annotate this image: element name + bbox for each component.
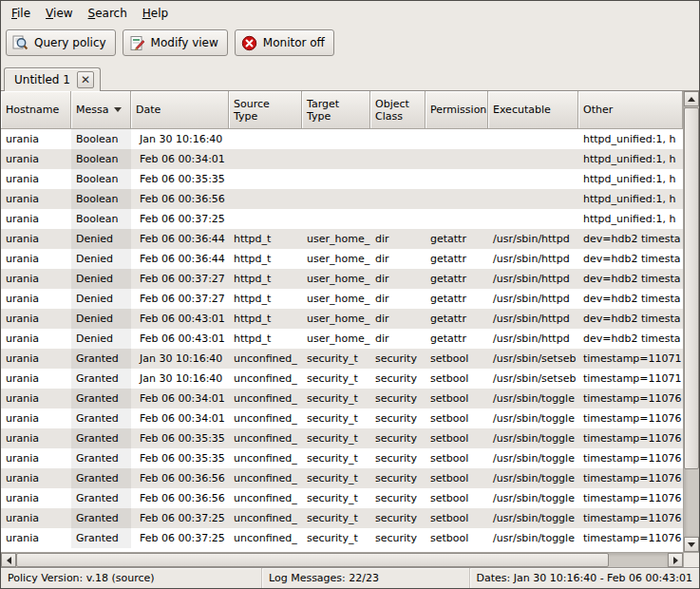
cell-hostname: urania	[1, 169, 71, 189]
cell-date: Feb 06 00:37:25	[131, 209, 229, 229]
table-row[interactable]: urania Denied Feb 06 00:37:27 httpd_t us…	[1, 269, 683, 289]
table-row[interactable]: urania Denied Feb 06 00:36:44 httpd_t us…	[1, 229, 683, 249]
cell-message: Granted	[71, 528, 131, 548]
cell-permission: setbool	[426, 428, 488, 448]
menu-file[interactable]: File	[4, 3, 38, 24]
scroll-right-button[interactable]	[668, 553, 683, 567]
cell-date: Feb 06 00:43:01	[131, 329, 229, 349]
menu-help[interactable]: Help	[135, 3, 176, 24]
table-row[interactable]: urania Boolean Feb 06 00:35:35 httpd_uni…	[1, 169, 683, 189]
cell-object-class: security	[370, 349, 426, 369]
menu-file-label: File	[11, 7, 30, 20]
column-header-label: Other	[583, 104, 613, 116]
column-header-executable[interactable]: Executable	[488, 91, 578, 129]
table-row[interactable]: urania Boolean Feb 06 00:36:56 httpd_uni…	[1, 189, 683, 209]
table-row[interactable]: urania Granted Feb 06 00:35:35 unconfine…	[1, 448, 683, 468]
cell-message: Boolean	[71, 209, 131, 229]
arrow-right-icon	[673, 557, 678, 564]
column-header-object-class[interactable]: Object Class	[370, 91, 426, 129]
table-row[interactable]: urania Boolean Feb 06 00:34:01 httpd_uni…	[1, 149, 683, 169]
tab-untitled-1[interactable]: Untitled 1 ✕	[4, 67, 101, 91]
cell-target-type: user_home_	[302, 229, 370, 249]
cell-executable: /usr/sbin/toggle	[488, 428, 578, 448]
cell-hostname: urania	[1, 309, 71, 329]
table-row[interactable]: urania Granted Feb 06 00:34:01 unconfine…	[1, 389, 683, 408]
cell-source-type: httpd_t	[229, 229, 302, 249]
vertical-scrollbar-thumb[interactable]	[684, 107, 699, 469]
vertical-scrollbar[interactable]	[683, 91, 699, 552]
cell-message: Granted	[71, 468, 131, 488]
column-header-message[interactable]: Messa	[71, 91, 131, 129]
cell-date: Feb 06 00:36:56	[131, 189, 229, 209]
menu-search[interactable]: Search	[81, 3, 135, 24]
menu-view[interactable]: View	[38, 3, 80, 24]
cell-source-type: httpd_t	[229, 289, 302, 309]
table-row[interactable]: urania Granted Feb 06 00:35:35 unconfine…	[1, 428, 683, 448]
scroll-left-button[interactable]	[1, 553, 16, 567]
cell-message: Boolean	[71, 149, 131, 169]
cell-executable	[488, 209, 578, 229]
table-row[interactable]: urania Denied Feb 06 00:36:44 httpd_t us…	[1, 249, 683, 269]
cell-object-class: security	[370, 408, 426, 428]
cell-permission: getattr	[426, 229, 488, 249]
table-row[interactable]: urania Denied Feb 06 00:37:27 httpd_t us…	[1, 289, 683, 309]
cell-object-class	[370, 209, 426, 229]
cell-executable	[488, 129, 578, 149]
cell-target-type	[302, 189, 370, 209]
cell-source-type	[229, 149, 302, 169]
column-header-permission[interactable]: Permission	[426, 91, 488, 129]
table-row[interactable]: urania Granted Feb 06 00:37:25 unconfine…	[1, 508, 683, 528]
column-header-hostname[interactable]: Hostname	[1, 91, 71, 129]
cell-source-type: unconfined_	[229, 508, 302, 528]
monitor-off-button[interactable]: Monitor off	[235, 29, 334, 56]
menu-search-label: Search	[88, 7, 127, 20]
cell-date: Jan 30 10:16:40	[131, 129, 229, 149]
horizontal-scrollbar-trough[interactable]	[16, 553, 668, 567]
column-header-source-type[interactable]: Source Type	[229, 91, 302, 129]
table-row[interactable]: urania Granted Jan 30 10:16:40 unconfine…	[1, 369, 683, 389]
monitor-off-label: Monitor off	[263, 36, 325, 49]
tab-close-button[interactable]: ✕	[77, 71, 94, 88]
table-row[interactable]: urania Granted Feb 06 00:34:01 unconfine…	[1, 408, 683, 428]
modify-view-button[interactable]: Modify view	[123, 29, 228, 56]
cell-executable: /usr/sbin/toggle	[488, 448, 578, 468]
cell-executable: /usr/sbin/setseb	[488, 349, 578, 369]
table-row[interactable]: urania Granted Feb 06 00:37:25 unconfine…	[1, 528, 683, 548]
column-header-label: Permission	[430, 104, 486, 116]
modify-view-label: Modify view	[151, 36, 218, 49]
cell-permission: setbool	[426, 389, 488, 408]
column-header-date[interactable]: Date	[131, 91, 229, 129]
cell-message: Granted	[71, 349, 131, 369]
table-row[interactable]: urania Denied Feb 06 00:43:01 httpd_t us…	[1, 309, 683, 329]
cell-message: Granted	[71, 428, 131, 448]
column-header-other[interactable]: Other	[578, 91, 683, 129]
table-row[interactable]: urania Granted Jan 30 10:16:40 unconfine…	[1, 349, 683, 369]
cell-other: timestamp=11071	[578, 369, 683, 389]
table-row[interactable]: urania Denied Feb 06 00:43:01 httpd_t us…	[1, 329, 683, 349]
horizontal-scrollbar-thumb[interactable]	[16, 553, 609, 567]
menubar: File View Search Help	[1, 1, 699, 25]
cell-source-type: unconfined_	[229, 448, 302, 468]
table-row[interactable]: urania Granted Feb 06 00:36:56 unconfine…	[1, 468, 683, 488]
table-row[interactable]: urania Granted Feb 06 00:36:56 unconfine…	[1, 488, 683, 508]
table-row[interactable]: urania Boolean Jan 30 10:16:40 httpd_uni…	[1, 129, 683, 149]
cell-message: Granted	[71, 369, 131, 389]
cell-executable: /usr/sbin/httpd	[488, 269, 578, 289]
cell-executable: /usr/sbin/httpd	[488, 249, 578, 269]
cell-hostname: urania	[1, 249, 71, 269]
scroll-up-button[interactable]	[684, 91, 699, 106]
query-policy-button[interactable]: Query policy	[6, 29, 116, 56]
scroll-down-button[interactable]	[684, 537, 699, 552]
horizontal-scrollbar[interactable]	[1, 552, 683, 567]
cell-executable: /usr/sbin/toggle	[488, 528, 578, 548]
cell-hostname: urania	[1, 389, 71, 408]
cell-date: Feb 06 00:35:35	[131, 169, 229, 189]
column-header-target-type[interactable]: Target Type	[302, 91, 370, 129]
log-messages-text: Log Messages: 22/23	[269, 572, 379, 584]
table-row[interactable]: urania Boolean Feb 06 00:37:25 httpd_uni…	[1, 209, 683, 229]
cell-hostname: urania	[1, 428, 71, 448]
cell-permission: getattr	[426, 289, 488, 309]
cell-date: Feb 06 00:43:01	[131, 309, 229, 329]
vertical-scrollbar-trough[interactable]	[684, 106, 699, 537]
cell-other: httpd_unified:1, h	[578, 169, 683, 189]
